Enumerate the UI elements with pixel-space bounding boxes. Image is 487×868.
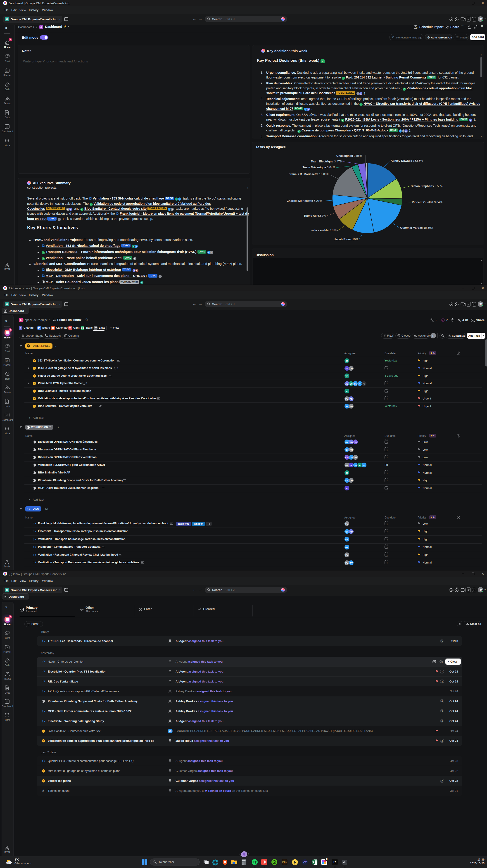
svg-text:Simon Stephens 9.56%: Simon Stephens 9.56% (411, 184, 443, 188)
svg-text:Ramy Ali 6.52%: Ramy Ali 6.52% (304, 214, 326, 217)
svg-text:z: z (442, 662, 443, 663)
svg-text:Unassigned 0.86%: Unassigned 0.86% (336, 154, 362, 157)
svg-text:Francis B. Morissette 16.08%: Francis B. Morissette 16.08% (288, 173, 329, 176)
svg-text:Guiomar Vargas 18.69%: Guiomar Vargas 18.69% (400, 226, 434, 229)
svg-text:25: 25 (6, 646, 9, 649)
svg-text:25: 25 (6, 360, 9, 362)
svg-text:Charles Morissette 5.21%: Charles Morissette 5.21% (286, 199, 322, 203)
svg-text:safa essakhi 7.82%: safa essakhi 7.82% (311, 228, 338, 232)
svg-text:Ashley Dawkes 15.65%: Ashley Dawkes 15.65% (391, 159, 423, 162)
svg-text:Jacob Rioux 10%: Jacob Rioux 10% (334, 238, 358, 241)
svg-text:Vincent Ouellet 3.04%: Vincent Ouellet 3.04% (412, 200, 443, 204)
svg-text:Team Électrique 3.47%: Team Électrique 3.47% (311, 160, 342, 163)
svg-text:Team Mécanique 3.04%: Team Mécanique 3.04% (303, 165, 335, 169)
svg-text:25: 25 (6, 70, 9, 72)
